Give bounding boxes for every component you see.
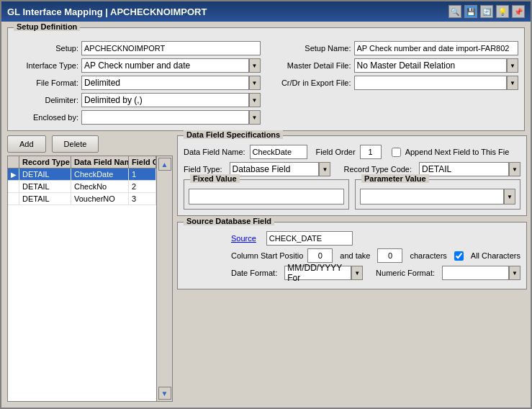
table-area: Record Type Data Field Name Field Or ▶ D…	[7, 156, 173, 402]
source-db-group: Source Database Field Source Column Star…	[177, 222, 527, 289]
delimiter-label: Delimiter:	[14, 96, 78, 104]
characters-label: characters	[410, 251, 446, 260]
setup-input[interactable]	[81, 41, 261, 55]
all-characters-label: All Characters	[471, 251, 520, 260]
lower-area: Add Delete Record Type Data Field Name F…	[7, 135, 525, 402]
file-format-select[interactable]: Delimited	[81, 76, 249, 90]
setup-definition-group: Setup Definition Setup: Interface Type: …	[7, 27, 525, 131]
data-field-1: CheckDate	[71, 168, 129, 180]
field-order-1: 1	[129, 168, 156, 180]
field-type-label: Field Type:	[184, 165, 222, 174]
setup-grid: Setup: Interface Type: AP Check number a…	[14, 41, 518, 125]
append-next-label: Append Next Field to This Fie	[405, 148, 510, 156]
save-icon[interactable]: 💾	[464, 5, 477, 18]
field-order-2: 2	[129, 181, 156, 192]
add-button[interactable]: Add	[7, 135, 46, 153]
refresh-icon[interactable]: 🔄	[480, 5, 493, 18]
all-characters-checkbox[interactable]	[454, 251, 464, 261]
record-type-1: DETAIL	[19, 168, 71, 180]
param-value-group: Parameter Value ▼	[355, 179, 520, 210]
numeric-format-select-wrap: ▼	[442, 266, 520, 280]
header-record-type: Record Type	[19, 156, 71, 168]
interface-type-value: AP Check number and date	[84, 60, 190, 71]
enclosed-by-label: Enclosed by:	[14, 113, 78, 122]
data-field-name-input[interactable]	[250, 145, 307, 159]
numeric-format-select[interactable]	[442, 266, 509, 280]
file-format-value: Delimited	[84, 78, 120, 88]
and-take-input[interactable]	[377, 248, 402, 263]
row-indicator-1: ▶	[8, 168, 19, 180]
field-type-value: Database Field	[233, 164, 291, 174]
bookmark-icon[interactable]: 📌	[512, 5, 525, 18]
delimiter-select-wrap: Delimited by (,) ▼	[81, 93, 261, 107]
record-type-code-arrow[interactable]: ▼	[509, 162, 520, 176]
interface-type-arrow[interactable]: ▼	[249, 58, 261, 73]
cr-dr-label: Cr/Dr in Export File:	[272, 78, 351, 87]
lower-specs: Fixed Value Parameter Value ▼	[184, 179, 520, 210]
col-start-input[interactable]	[307, 248, 333, 263]
enclosed-by-select-wrap: ▼	[81, 110, 261, 125]
append-next-checkbox[interactable]	[392, 148, 401, 157]
button-row: Add Delete	[7, 135, 173, 153]
interface-type-row: Interface Type: AP Check number and date…	[14, 58, 261, 73]
scroll-down-button[interactable]: ▼	[158, 387, 171, 400]
cr-dr-arrow[interactable]: ▼	[507, 76, 518, 90]
field-type-select-wrap: Database Field ▼	[230, 162, 331, 176]
field-order-input[interactable]	[360, 145, 382, 159]
delimiter-row: Delimiter: Delimited by (,) ▼	[14, 93, 261, 107]
date-format-select[interactable]: MM/DD/YYYY For	[284, 266, 351, 280]
table-header: Record Type Data Field Name Field Or	[8, 156, 156, 168]
fixed-value-input[interactable]	[189, 189, 344, 204]
param-value-select[interactable]	[360, 189, 504, 204]
header-field-order: Field Or	[129, 156, 156, 168]
record-type-3: DETAIL	[19, 193, 71, 204]
delete-button[interactable]: Delete	[52, 135, 99, 153]
fixed-value-title: Fixed Value	[190, 174, 240, 183]
delimiter-select[interactable]: Delimited by (,)	[81, 93, 249, 107]
source-db-title: Source Database Field	[184, 217, 274, 225]
setup-name-row: Setup Name:	[272, 41, 519, 55]
record-type-code-select[interactable]: DETAIL	[419, 162, 509, 176]
enclosed-by-select[interactable]	[81, 110, 249, 125]
enclosed-by-row: Enclosed by: ▼	[14, 110, 261, 125]
master-detail-arrow[interactable]: ▼	[507, 58, 518, 73]
master-detail-row: Master Detail File: No Master Detail Rel…	[272, 58, 519, 73]
setup-row: Setup:	[14, 41, 261, 55]
interface-type-label: Interface Type:	[14, 61, 78, 70]
param-value-arrow[interactable]: ▼	[504, 189, 515, 204]
source-value-input[interactable]	[266, 231, 353, 246]
table-row[interactable]: ▶ DETAIL CheckDate 1	[8, 168, 156, 181]
master-detail-value: No Master Detail Relation	[357, 60, 456, 71]
field-type-arrow[interactable]: ▼	[319, 162, 330, 176]
header-indicator	[8, 156, 19, 168]
field-order-3: 3	[129, 193, 156, 204]
field-type-select[interactable]: Database Field	[230, 162, 320, 176]
source-row: Source	[184, 231, 520, 246]
setup-name-input[interactable]	[354, 41, 519, 55]
param-value-title: Parameter Value	[361, 174, 429, 183]
table-row[interactable]: DETAIL VoucherNO 3	[8, 193, 156, 205]
numeric-format-arrow[interactable]: ▼	[509, 266, 520, 280]
date-format-value: MM/DD/YYYY For	[287, 263, 348, 283]
date-format-select-wrap: MM/DD/YYYY For ▼	[284, 266, 363, 280]
source-link[interactable]: Source	[231, 234, 256, 243]
right-panel: Data Field Specifications Data Field Nam…	[177, 135, 527, 402]
cr-dr-select[interactable]	[354, 76, 508, 90]
master-detail-select[interactable]: No Master Detail Relation	[354, 58, 508, 73]
delimiter-arrow[interactable]: ▼	[249, 93, 261, 107]
date-format-label: Date Format:	[231, 269, 277, 277]
col-start-label: Column Start Positio	[231, 251, 303, 260]
binoculars-icon[interactable]: 🔍	[448, 5, 461, 18]
content-area: Setup Definition Setup: Interface Type: …	[1, 22, 531, 408]
enclosed-by-arrow[interactable]: ▼	[249, 110, 261, 125]
bulb-icon[interactable]: 💡	[496, 5, 509, 18]
cr-dr-row: Cr/Dr in Export File: ▼	[272, 76, 519, 90]
file-format-arrow[interactable]: ▼	[249, 76, 261, 90]
interface-type-select[interactable]: AP Check number and date	[81, 58, 249, 73]
main-window: GL Interface Mapping | APCHECKNOIMPORT 🔍…	[0, 0, 532, 409]
table-row[interactable]: DETAIL CheckNo 2	[8, 181, 156, 193]
spec-row-1: Data Field Name: Field Order Append Next…	[184, 145, 520, 159]
scroll-up-button[interactable]: ▲	[158, 158, 171, 171]
master-detail-select-wrap: No Master Detail Relation ▼	[354, 58, 519, 73]
date-format-arrow[interactable]: ▼	[351, 266, 363, 280]
